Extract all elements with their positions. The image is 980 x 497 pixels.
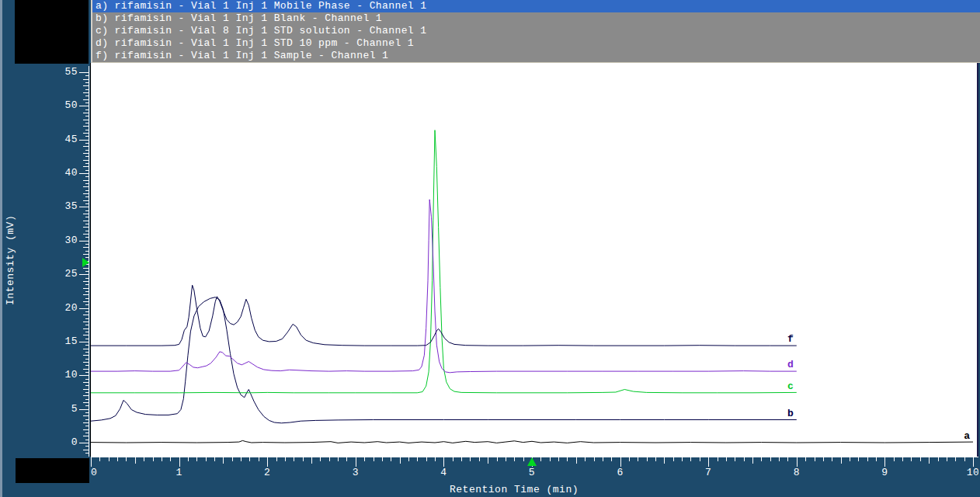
- legend-item-c[interactable]: c) rifamisin - Vial 8 Inj 1 STD solution…: [92, 25, 980, 37]
- y-tick: [85, 176, 89, 177]
- chromatogram-plot[interactable]: abcdf: [90, 63, 978, 457]
- trace-canvas: [91, 63, 977, 457]
- y-tick: [85, 419, 89, 420]
- x-tick: [135, 457, 136, 464]
- y-tick: [83, 450, 89, 450]
- legend-item-a[interactable]: a) rifamisin - Vial 1 Inj 1 Mobile Phase…: [92, 0, 980, 12]
- x-tick: [973, 457, 974, 467]
- legend-item-d[interactable]: d) rifamisin - Vial 1 Inj 1 STD 10 ppm -…: [92, 37, 980, 50]
- y-tick: [83, 254, 89, 255]
- y-tick: [79, 207, 89, 207]
- y-tick: [85, 196, 89, 197]
- y-tick: [85, 453, 89, 454]
- x-tick: [797, 457, 798, 467]
- x-tick: [815, 457, 815, 461]
- trace-label-d: d: [787, 360, 794, 370]
- y-tick: [85, 426, 89, 426]
- y-tick: [85, 170, 89, 171]
- x-tick-label: 5: [529, 467, 535, 478]
- x-tick: [417, 457, 418, 461]
- x-tick: [162, 457, 162, 461]
- y-tick: [85, 103, 89, 103]
- x-tick-label: 10: [967, 467, 978, 478]
- y-axis-green-marker-icon[interactable]: [82, 258, 89, 267]
- trace-a: [91, 440, 973, 443]
- y-tick-label: 40: [47, 167, 78, 179]
- x-tick: [744, 457, 745, 461]
- x-tick: [700, 457, 700, 461]
- y-tick: [85, 163, 89, 164]
- x-tick: [188, 457, 189, 461]
- y-tick: [85, 379, 89, 380]
- x-tick: [356, 457, 356, 467]
- y-tick: [85, 96, 89, 96]
- x-tick: [647, 457, 648, 461]
- x-tick: [329, 457, 330, 461]
- y-tick: [79, 106, 89, 106]
- x-tick: [364, 457, 365, 461]
- x-tick: [929, 457, 930, 464]
- y-axis-title: Intensity (mV): [3, 63, 17, 457]
- x-tick: [144, 457, 144, 461]
- y-tick: [85, 190, 89, 191]
- y-tick: [83, 180, 89, 181]
- y-tick: [85, 210, 89, 211]
- legend-item-f[interactable]: f) rifamisin - Vial 1 Inj 1 Sample - Cha…: [92, 50, 980, 62]
- y-tick: [83, 193, 89, 194]
- y-tick: [85, 433, 89, 433]
- x-tick: [920, 457, 921, 461]
- x-tick: [611, 457, 612, 461]
- y-tick: [85, 251, 89, 252]
- y-tick: [85, 446, 89, 447]
- y-tick: [85, 284, 89, 285]
- x-tick: [690, 457, 691, 461]
- x-tick: [294, 457, 294, 461]
- y-tick: [85, 372, 89, 373]
- x-tick: [400, 457, 401, 464]
- y-tick: [83, 315, 89, 315]
- y-tick: [79, 308, 89, 309]
- x-tick: [346, 457, 347, 461]
- x-tick: [232, 457, 233, 461]
- y-tick-label: 35: [47, 200, 78, 212]
- x-tick: [664, 457, 665, 464]
- x-tick: [126, 457, 127, 461]
- x-tick-label: 4: [440, 467, 447, 478]
- x-tick: [453, 457, 454, 461]
- y-tick: [83, 395, 89, 396]
- y-tick-label: 50: [47, 99, 78, 111]
- x-tick: [241, 457, 242, 461]
- x-tick: [479, 457, 480, 461]
- y-tick: [83, 153, 89, 154]
- x-tick: [655, 457, 656, 461]
- y-tick: [83, 382, 89, 383]
- x-tick: [964, 457, 965, 461]
- y-tick: [83, 99, 89, 100]
- trace-label-c: c: [787, 381, 794, 391]
- x-tick-label: 2: [264, 467, 270, 478]
- y-tick: [79, 375, 89, 376]
- x-tick: [884, 457, 885, 467]
- x-tick: [735, 457, 735, 461]
- legend-item-b[interactable]: b) rifamisin - Vial 1 Inj 1 Blank - Chan…: [92, 12, 980, 25]
- y-tick: [83, 335, 89, 335]
- y-tick: [85, 365, 89, 366]
- trace-label-a: a: [964, 431, 970, 441]
- y-tick: [85, 203, 89, 204]
- y-tick-label: 10: [47, 369, 78, 381]
- x-tick: [497, 457, 498, 461]
- x-tick: [558, 457, 559, 461]
- x-axis-green-marker-icon[interactable]: [527, 457, 537, 466]
- y-tick: [85, 392, 89, 393]
- y-tick: [85, 244, 89, 245]
- x-tick: [620, 457, 621, 467]
- y-tick-label: 55: [47, 66, 78, 78]
- x-tick: [320, 457, 321, 461]
- y-tick: [85, 405, 89, 406]
- x-tick: [540, 457, 541, 461]
- top-left-panel: [15, 0, 89, 64]
- trace-d: [91, 200, 797, 373]
- y-tick: [85, 237, 89, 238]
- x-tick: [179, 457, 180, 467]
- y-tick: [85, 298, 89, 299]
